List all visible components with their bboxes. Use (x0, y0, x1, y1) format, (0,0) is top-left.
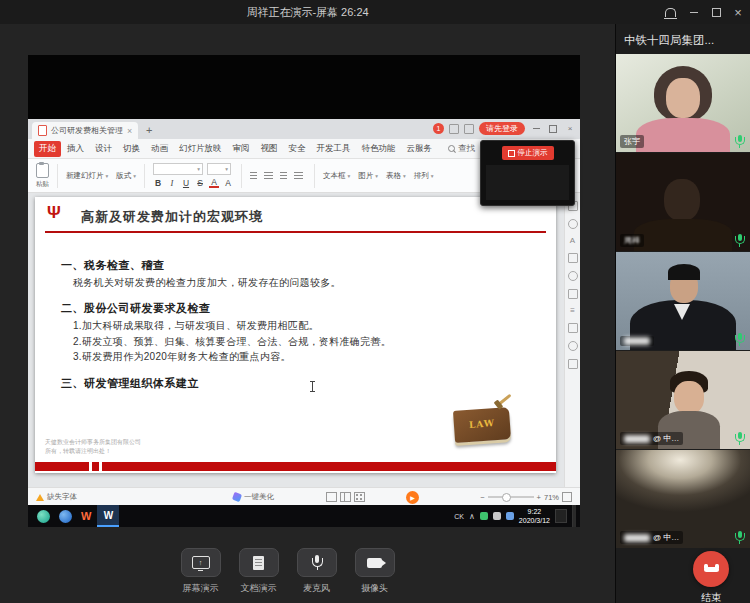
notification-bell-icon[interactable] (660, 0, 680, 24)
sorter-view-icon[interactable] (354, 492, 365, 502)
tabbar-tool-icon[interactable] (464, 124, 474, 134)
doc-share-control[interactable]: 文档演示 (239, 548, 279, 595)
tray-expand-icon[interactable]: ∧ (469, 512, 475, 521)
tool-icon[interactable] (568, 271, 578, 281)
new-slide-button[interactable]: 新建幻灯片 ▾ (66, 171, 108, 181)
wps-close-button[interactable]: × (564, 123, 576, 135)
tool-icon[interactable] (568, 341, 578, 351)
outline-view-icon[interactable] (340, 492, 351, 502)
zoom-slider[interactable] (488, 496, 534, 498)
menu-tab-animation[interactable]: 动画 (146, 141, 173, 157)
missing-font-warning[interactable]: 缺失字体 (36, 488, 77, 506)
menu-tab-design[interactable]: 设计 (90, 141, 117, 157)
tabbar-tool-icon[interactable] (449, 124, 459, 134)
layout-button[interactable]: 版式 ▾ (116, 171, 136, 181)
align-center-icon[interactable] (264, 172, 273, 180)
table-button[interactable]: 表格 ▾ (386, 171, 406, 181)
notification-badge[interactable]: 1 (433, 123, 444, 134)
font-size-select[interactable]: ▾ (207, 163, 231, 175)
action-center-icon[interactable] (555, 509, 567, 523)
bold-button[interactable]: B (153, 178, 163, 188)
picture-button[interactable]: 图片 ▾ (358, 171, 378, 181)
stop-share-button[interactable]: 停止演示 (502, 146, 554, 160)
camera-tile[interactable] (355, 548, 395, 577)
system-tray: CK ∧ 9:22 2020/3/12 (454, 505, 580, 527)
menu-tab-transition[interactable]: 切换 (118, 141, 145, 157)
paste-button[interactable]: 粘贴 (36, 163, 49, 189)
screen-share-tile[interactable]: ↑ (181, 548, 221, 577)
arrange-button[interactable]: 排列 ▾ (414, 171, 434, 181)
wps-icon[interactable]: W (81, 510, 91, 522)
menu-tab-review[interactable]: 审阅 (228, 141, 255, 157)
wps-active-icon[interactable]: W (97, 505, 119, 527)
menu-tab-insert[interactable]: 插入 (62, 141, 89, 157)
tray-icon[interactable] (493, 512, 501, 520)
wps-minimize-button[interactable] (530, 123, 542, 135)
play-slideshow-button[interactable]: ▶ (406, 488, 419, 506)
align-right-icon[interactable] (280, 172, 287, 180)
find-button[interactable]: 查找 (448, 143, 475, 155)
new-tab-button[interactable]: + (142, 123, 156, 137)
strikethrough-button[interactable]: S (195, 178, 205, 188)
participant-video[interactable]: 张宇 (616, 54, 750, 152)
close-button[interactable]: × (728, 0, 748, 24)
slide[interactable]: Ψ 高新及研发费加计的宏观环境 一、税务检查、稽查 税务机关对研发费的检查力度加… (35, 197, 556, 473)
minimize-button[interactable] (684, 0, 704, 24)
tool-icon[interactable] (568, 219, 578, 229)
missing-font-label: 缺失字体 (47, 492, 77, 502)
tool-icon[interactable] (568, 323, 578, 333)
list-tool-icon[interactable]: ≡ (570, 307, 575, 315)
camera-control[interactable]: 摄像头 (355, 548, 395, 595)
font-name-select[interactable]: ▾ (153, 163, 203, 175)
fullscreen-icon[interactable] (562, 492, 572, 502)
wps-maximize-button[interactable] (547, 123, 559, 135)
tray-icon[interactable] (506, 512, 514, 520)
font-tool-icon[interactable]: A (570, 237, 575, 245)
zoom-out-icon[interactable]: − (480, 493, 484, 502)
font-effects-button[interactable]: A (223, 178, 233, 188)
document-tab[interactable]: 公司研发费相关管理 × (32, 122, 138, 139)
menu-tab-cloud[interactable]: 云服务 (402, 141, 438, 157)
zoom-knob[interactable] (502, 493, 511, 502)
participant-video[interactable]: 周祥 (616, 153, 750, 251)
chevron-down-icon: ▾ (133, 173, 136, 179)
close-tab-icon[interactable]: × (127, 126, 132, 136)
menu-tab-slideshow[interactable]: 幻灯片放映 (174, 141, 227, 157)
login-badge[interactable]: 请先登录 (479, 122, 525, 135)
tray-icon[interactable] (480, 512, 488, 520)
browser-icon[interactable] (37, 510, 50, 523)
microphone-control[interactable]: 麦克风 (297, 548, 337, 595)
italic-button[interactable]: I (167, 178, 177, 188)
menu-tab-home[interactable]: 开始 (34, 141, 61, 157)
find-label: 查找 (458, 143, 475, 155)
tool-icon[interactable] (568, 359, 578, 369)
beautify-button[interactable]: 一键美化 (233, 488, 274, 506)
menu-tab-security[interactable]: 安全 (284, 141, 311, 157)
end-meeting-button[interactable] (693, 551, 729, 587)
align-left-icon[interactable] (250, 172, 257, 180)
screen-share-control[interactable]: ↑ 屏幕演示 (181, 548, 221, 595)
participant-video[interactable]: @ 中… (616, 450, 750, 548)
doc-share-tile[interactable] (239, 548, 279, 577)
menu-tab-features[interactable]: 特色功能 (357, 141, 401, 157)
justify-icon[interactable] (294, 172, 303, 180)
browser2-icon[interactable] (59, 510, 72, 523)
font-color-button[interactable]: A (209, 178, 219, 189)
participant-video[interactable] (616, 252, 750, 350)
menu-tab-devtools[interactable]: 开发工具 (312, 141, 356, 157)
taskbar-clock[interactable]: 9:22 2020/3/12 (519, 507, 550, 526)
menu-tab-view[interactable]: 视图 (256, 141, 283, 157)
ime-indicator[interactable]: CK (454, 513, 464, 520)
normal-view-icon[interactable] (326, 492, 337, 502)
meeting-titlebar: 周祥正在演示-屏幕 26:24 × (0, 0, 750, 24)
tool-icon[interactable] (568, 253, 578, 263)
zoom-in-icon[interactable]: + (537, 493, 541, 502)
show-desktop-strip[interactable] (572, 505, 576, 527)
participant-video[interactable]: @ 中… (616, 351, 750, 449)
maximize-button[interactable] (706, 0, 726, 24)
underline-button[interactable]: U (181, 178, 191, 188)
microphone-tile[interactable] (297, 548, 337, 577)
ribbon-divider (144, 164, 145, 188)
textbox-button[interactable]: 文本框 ▾ (323, 171, 350, 181)
tool-icon[interactable] (568, 289, 578, 299)
